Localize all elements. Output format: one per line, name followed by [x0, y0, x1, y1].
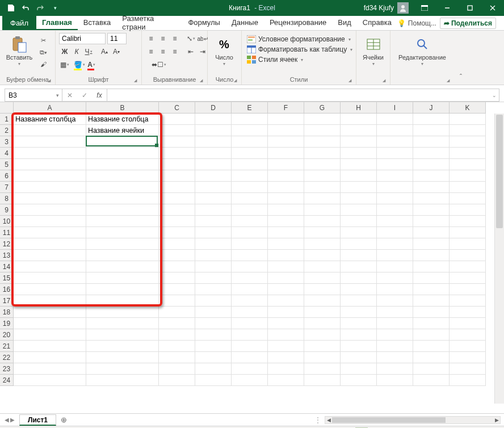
- cell[interactable]: [341, 363, 377, 375]
- cell[interactable]: [450, 261, 486, 272]
- cell[interactable]: [268, 352, 304, 363]
- cell[interactable]: [304, 261, 341, 272]
- cell[interactable]: [341, 250, 377, 261]
- cell[interactable]: [14, 148, 86, 159]
- increase-font-icon[interactable]: A▴: [99, 46, 110, 57]
- cell[interactable]: [86, 182, 159, 193]
- fx-icon[interactable]: fx: [92, 91, 107, 99]
- cell[interactable]: [159, 114, 195, 125]
- cell[interactable]: [377, 159, 413, 170]
- column-header[interactable]: A: [14, 102, 86, 114]
- cell[interactable]: [195, 136, 232, 148]
- cell[interactable]: [86, 227, 159, 238]
- number-format-button[interactable]: % Число ▾: [211, 33, 237, 66]
- cell[interactable]: [450, 125, 486, 136]
- cell[interactable]: [195, 261, 232, 272]
- cell[interactable]: [377, 125, 413, 136]
- cell[interactable]: [304, 125, 341, 136]
- cell[interactable]: [159, 125, 195, 136]
- cells-button[interactable]: Ячейки ▾: [360, 33, 387, 66]
- cell[interactable]: [341, 295, 377, 307]
- cell[interactable]: [413, 182, 450, 193]
- cell[interactable]: [268, 114, 304, 125]
- cell[interactable]: [14, 363, 86, 375]
- cell[interactable]: [159, 295, 195, 307]
- cell[interactable]: [413, 193, 450, 204]
- cell[interactable]: [14, 238, 86, 250]
- cell[interactable]: [268, 284, 304, 295]
- cell[interactable]: [341, 148, 377, 159]
- collapse-ribbon-icon[interactable]: ˆ: [454, 31, 468, 85]
- align-left-icon[interactable]: ≡: [145, 46, 157, 57]
- cell[interactable]: [413, 125, 450, 136]
- sheet-nav-prev-icon[interactable]: ◀: [5, 417, 9, 423]
- cell[interactable]: [232, 363, 268, 375]
- format-painter-icon[interactable]: 🖌: [37, 59, 49, 69]
- cell[interactable]: [159, 148, 195, 159]
- cancel-formula-icon[interactable]: ✕: [62, 91, 77, 99]
- cell[interactable]: [450, 159, 486, 170]
- cell[interactable]: [341, 341, 377, 352]
- cell[interactable]: [159, 307, 195, 318]
- cell[interactable]: [341, 204, 377, 216]
- user-info[interactable]: fd34 Kjufy: [359, 2, 413, 14]
- merge-center-icon[interactable]: ⬌☐: [145, 59, 173, 70]
- decrease-indent-icon[interactable]: ⇤: [185, 46, 196, 57]
- cell[interactable]: [86, 193, 159, 204]
- cell[interactable]: [341, 227, 377, 238]
- cell[interactable]: [159, 193, 195, 204]
- cell[interactable]: [341, 375, 377, 386]
- cell[interactable]: [377, 341, 413, 352]
- cell[interactable]: [377, 284, 413, 295]
- cell[interactable]: [159, 216, 195, 227]
- cell[interactable]: [268, 250, 304, 261]
- format-as-table-button[interactable]: Форматировать как таблицу▾: [245, 45, 354, 54]
- cell[interactable]: [195, 227, 232, 238]
- editing-button[interactable]: Редактирование ▾: [394, 33, 451, 66]
- cell[interactable]: [304, 375, 341, 386]
- cell[interactable]: [159, 250, 195, 261]
- cell[interactable]: [86, 352, 159, 363]
- cell[interactable]: [341, 170, 377, 182]
- cell[interactable]: [14, 329, 86, 341]
- cell[interactable]: [159, 182, 195, 193]
- cell[interactable]: [377, 329, 413, 341]
- cell[interactable]: [450, 341, 486, 352]
- cell[interactable]: [86, 329, 159, 341]
- cell[interactable]: [232, 352, 268, 363]
- cell[interactable]: [14, 227, 86, 238]
- cell[interactable]: [195, 352, 232, 363]
- cell[interactable]: [341, 238, 377, 250]
- row-header[interactable]: 10: [0, 216, 14, 227]
- cell[interactable]: [86, 375, 159, 386]
- cell[interactable]: [14, 272, 86, 284]
- name-box-dropdown-icon[interactable]: ▾: [53, 89, 62, 102]
- row-header[interactable]: 8: [0, 193, 14, 204]
- cell[interactable]: [450, 363, 486, 375]
- cell[interactable]: [304, 284, 341, 295]
- cell[interactable]: [413, 170, 450, 182]
- align-right-icon[interactable]: ≡: [169, 46, 180, 57]
- cell[interactable]: [195, 284, 232, 295]
- cell[interactable]: Название столбца: [14, 114, 86, 125]
- scroll-right-icon[interactable]: ▶: [493, 417, 500, 423]
- ribbon-display-options-icon[interactable]: [413, 0, 436, 16]
- cell[interactable]: [377, 318, 413, 329]
- cell[interactable]: [450, 227, 486, 238]
- cell[interactable]: [341, 318, 377, 329]
- cell[interactable]: [304, 295, 341, 307]
- font-name-input[interactable]: [59, 33, 106, 44]
- row-header[interactable]: 13: [0, 250, 14, 261]
- undo-icon[interactable]: [19, 2, 32, 14]
- cell[interactable]: [159, 261, 195, 272]
- cell[interactable]: [377, 204, 413, 216]
- share-button[interactable]: ➦Поделиться: [440, 18, 496, 29]
- cell[interactable]: [268, 238, 304, 250]
- cell[interactable]: [268, 295, 304, 307]
- expand-formula-bar-icon[interactable]: ⌄: [492, 93, 497, 98]
- cell[interactable]: [450, 148, 486, 159]
- align-top-icon[interactable]: ≡: [145, 33, 157, 44]
- row-header[interactable]: 18: [0, 307, 14, 318]
- cell[interactable]: [14, 295, 86, 307]
- cell[interactable]: [232, 329, 268, 341]
